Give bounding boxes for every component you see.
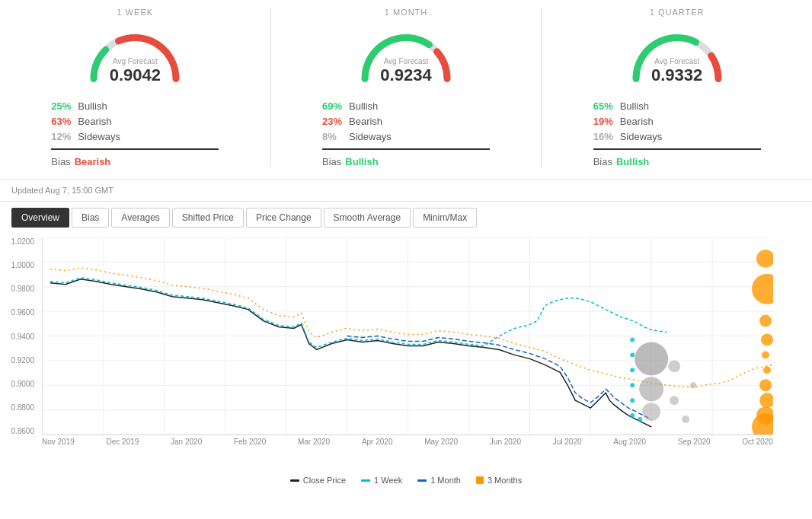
forecast-panel-quarter: 1 QUARTER Avg Forecast 0.9332 65% Bullis…	[542, 8, 812, 167]
y-axis-label: 0.8600	[11, 427, 34, 435]
chart-section: 1.02001.00000.98000.96000.94000.92000.90…	[0, 234, 812, 470]
svg-point-21	[639, 377, 663, 401]
bullish-pct-month: 69%	[322, 100, 349, 112]
bias-value-quarter: Bullish	[616, 156, 649, 167]
divider-week	[51, 148, 219, 150]
sideways-label-week: Sideways	[78, 131, 120, 142]
tab-averages[interactable]: Averages	[111, 208, 169, 228]
tab-shifted[interactable]: Shifted Price	[172, 208, 244, 228]
x-axis: Nov 2019Dec 2019Jan 2020Feb 2020Mar 2020…	[42, 435, 773, 446]
bullish-row-week: 25% Bullish	[51, 100, 219, 112]
update-text: Updated Aug 7, 15:00 GMT	[11, 186, 113, 195]
divider-month	[322, 148, 490, 150]
legend-icon	[361, 479, 370, 482]
sideways-pct-week: 12%	[51, 131, 78, 142]
bearish-pct-quarter: 19%	[593, 116, 620, 127]
tab-minmax[interactable]: Minim/Max	[413, 208, 477, 228]
svg-point-36	[759, 315, 772, 327]
sideways-pct-month: 8%	[322, 131, 349, 142]
y-axis-label: 0.9400	[11, 333, 34, 341]
legend-icon	[417, 479, 427, 482]
sideways-row-quarter: 16% Sideways	[593, 131, 761, 142]
legend-label: 1 Week	[374, 476, 402, 485]
svg-point-28	[630, 352, 635, 357]
svg-point-41	[759, 393, 773, 408]
x-axis-label: Dec 2019	[107, 438, 139, 446]
forecast-label-month: Avg Forecast	[345, 57, 467, 65]
svg-point-32	[630, 413, 635, 418]
tab-bias[interactable]: Bias	[72, 208, 109, 228]
x-axis-label: Jun 2020	[490, 438, 521, 446]
period-label-month: 1 MONTH	[385, 8, 428, 17]
x-axis-label: Nov 2019	[42, 438, 75, 446]
tab-overview[interactable]: Overview	[11, 208, 69, 228]
legend-item: 1 Month	[417, 476, 461, 485]
x-axis-label: Jul 2020	[553, 438, 582, 446]
svg-point-22	[642, 403, 660, 421]
legend-item: 1 Week	[361, 476, 402, 485]
tab-pricechange[interactable]: Price Change	[246, 208, 321, 228]
x-axis-label: Mar 2020	[298, 438, 330, 446]
bullish-row-quarter: 65% Bullish	[593, 100, 761, 112]
gauge-week: Avg Forecast 0.9042	[74, 21, 196, 89]
tabs-bar: OverviewBiasAveragesShifted PricePrice C…	[0, 202, 812, 234]
bullish-pct-week: 25%	[51, 100, 78, 112]
bullish-label-month: Bullish	[349, 100, 378, 112]
svg-point-39	[763, 366, 771, 374]
gauge-month: Avg Forecast 0.9234	[345, 21, 467, 89]
y-axis-label: 0.9200	[11, 356, 34, 365]
bearish-label-quarter: Bearish	[620, 116, 654, 127]
chart-svg	[43, 237, 773, 435]
sideways-label-month: Sideways	[349, 131, 392, 142]
gauge-quarter: Avg Forecast 0.9332	[616, 21, 738, 89]
y-axis-label: 0.8800	[11, 403, 34, 412]
sideways-pct-quarter: 16%	[593, 131, 620, 142]
y-axis-label: 0.9800	[11, 285, 34, 293]
bias-row-quarter: Bias Bullish	[593, 156, 761, 167]
bias-prefix-week: Bias	[51, 156, 70, 167]
x-axis-label: Sep 2020	[678, 438, 711, 446]
sideways-row-month: 8% Sideways	[322, 131, 490, 142]
bearish-row-week: 63% Bearish	[51, 116, 219, 127]
svg-point-40	[759, 379, 772, 391]
svg-point-24	[670, 396, 679, 405]
legend-item: Close Price	[290, 476, 346, 485]
forecast-panel-week: 1 WEEK Avg Forecast 0.9042 25% Bullish 6…	[0, 8, 271, 167]
bearish-pct-week: 63%	[51, 116, 78, 127]
bearish-label-week: Bearish	[78, 116, 111, 127]
svg-point-38	[762, 351, 769, 358]
svg-point-33	[638, 417, 642, 422]
bearish-row-month: 23% Bearish	[322, 116, 490, 127]
x-axis-label: Aug 2020	[613, 438, 646, 446]
chart-area	[42, 237, 773, 435]
forecast-value-quarter: 0.9332	[616, 65, 738, 85]
x-axis-label: Apr 2020	[362, 438, 393, 446]
divider-quarter	[593, 148, 761, 150]
svg-point-26	[690, 382, 696, 388]
bullish-pct-quarter: 65%	[593, 100, 620, 112]
bullish-label-quarter: Bullish	[620, 100, 649, 112]
bias-prefix-month: Bias	[322, 156, 341, 167]
svg-point-20	[635, 342, 668, 375]
stats-table-week: 25% Bullish 63% Bearish 12% Sideways Bia…	[51, 100, 219, 167]
tab-smooth[interactable]: Smooth Average	[324, 208, 411, 228]
legend-icon	[290, 479, 299, 482]
sideways-label-quarter: Sideways	[620, 131, 663, 142]
svg-point-30	[630, 383, 635, 387]
bearish-pct-month: 23%	[322, 116, 349, 127]
period-label-quarter: 1 QUARTER	[650, 8, 705, 17]
y-axis-label: 1.0000	[11, 261, 34, 269]
bullish-label-week: Bullish	[78, 100, 107, 112]
x-axis-label: Feb 2020	[234, 438, 266, 446]
svg-point-27	[630, 337, 635, 342]
svg-point-25	[682, 416, 689, 423]
bias-value-month: Bullish	[345, 156, 378, 167]
bearish-label-month: Bearish	[349, 116, 382, 127]
svg-point-42	[756, 406, 773, 425]
bias-value-week: Bearish	[75, 156, 111, 167]
svg-point-43	[752, 413, 773, 435]
bias-row-week: Bias Bearish	[51, 156, 219, 167]
forecast-label-week: Avg Forecast	[74, 57, 196, 65]
bullish-row-month: 69% Bullish	[322, 100, 490, 112]
svg-point-34	[756, 250, 773, 268]
